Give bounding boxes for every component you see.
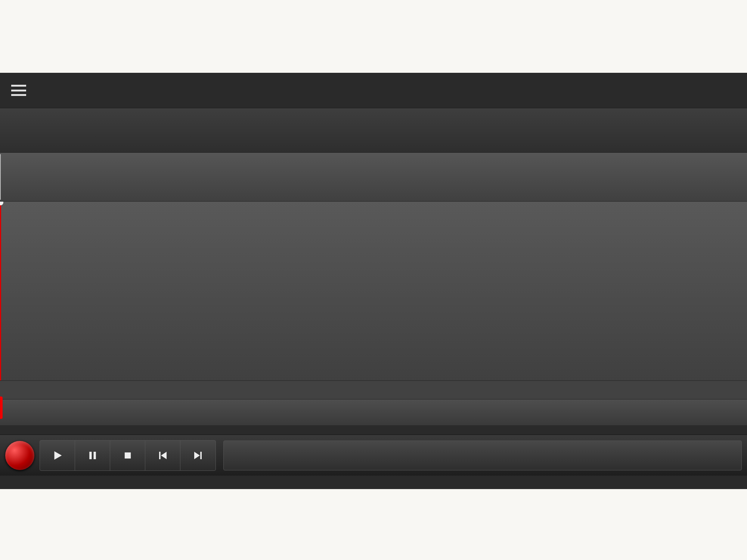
overview-viewport-box[interactable] — [0, 154, 1, 200]
title-block — [37, 73, 127, 108]
skip-back-button[interactable] — [145, 441, 180, 470]
stop-button[interactable] — [110, 441, 145, 470]
svg-rect-2 — [124, 452, 130, 458]
toolbar — [0, 108, 747, 153]
main-waveform-svg — [0, 202, 747, 380]
record-button[interactable] — [5, 441, 34, 470]
header-bar — [0, 73, 747, 108]
skip-forward-button[interactable] — [180, 441, 216, 470]
overview-waveform[interactable] — [0, 153, 747, 201]
playhead[interactable] — [0, 202, 1, 380]
svg-rect-0 — [89, 452, 92, 459]
svg-rect-1 — [93, 452, 96, 459]
main-waveform[interactable] — [0, 201, 747, 380]
ruler-strip[interactable] — [0, 399, 747, 425]
overview-waveform-svg — [0, 153, 747, 201]
transport-bar — [0, 435, 747, 476]
menu-button[interactable] — [0, 73, 37, 108]
svg-rect-3 — [159, 452, 161, 459]
time-display — [223, 441, 742, 470]
time-ruler[interactable] — [0, 380, 747, 399]
hamburger-icon — [11, 85, 26, 96]
transport-controls — [40, 440, 216, 471]
pause-button[interactable] — [75, 441, 110, 470]
app-window — [0, 73, 747, 489]
svg-rect-4 — [200, 452, 202, 459]
play-button[interactable] — [40, 441, 75, 470]
playhead-marker[interactable] — [0, 396, 3, 419]
